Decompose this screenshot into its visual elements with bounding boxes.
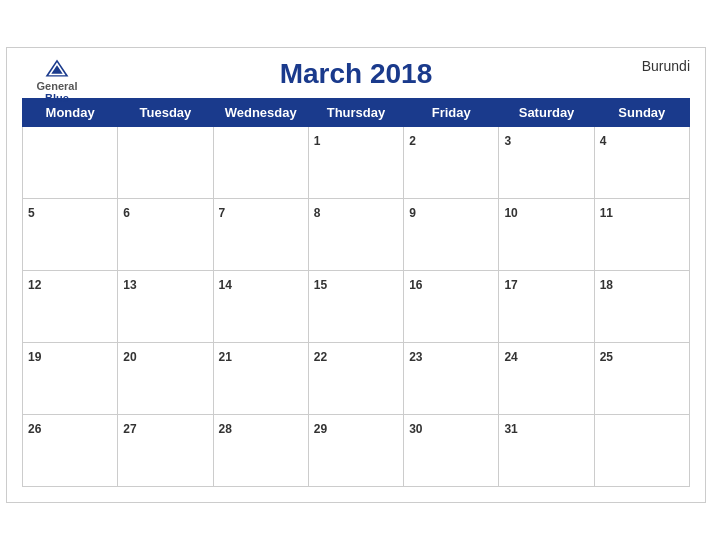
calendar-day-cell: 3 xyxy=(499,127,594,199)
calendar-day-cell: 10 xyxy=(499,199,594,271)
weekday-sunday: Sunday xyxy=(594,99,689,127)
day-number: 24 xyxy=(504,350,517,364)
calendar-week-row: 1234 xyxy=(23,127,690,199)
day-number: 19 xyxy=(28,350,41,364)
calendar-day-cell: 20 xyxy=(118,343,213,415)
calendar-day-cell: 24 xyxy=(499,343,594,415)
logo-general-text: General xyxy=(37,80,78,92)
calendar-day-cell: 30 xyxy=(404,415,499,487)
day-number: 31 xyxy=(504,422,517,436)
calendar-header: General Blue March 2018 Burundi xyxy=(22,58,690,90)
calendar-day-cell: 25 xyxy=(594,343,689,415)
calendar-day-cell: 6 xyxy=(118,199,213,271)
general-blue-logo-icon xyxy=(42,58,72,78)
weekday-saturday: Saturday xyxy=(499,99,594,127)
day-number: 4 xyxy=(600,134,607,148)
calendar-day-cell: 23 xyxy=(404,343,499,415)
calendar-day-cell: 8 xyxy=(308,199,403,271)
calendar-day-cell: 21 xyxy=(213,343,308,415)
calendar-day-cell: 16 xyxy=(404,271,499,343)
calendar-day-cell: 18 xyxy=(594,271,689,343)
day-number: 9 xyxy=(409,206,416,220)
weekday-friday: Friday xyxy=(404,99,499,127)
calendar-day-cell: 12 xyxy=(23,271,118,343)
day-number: 20 xyxy=(123,350,136,364)
day-number: 30 xyxy=(409,422,422,436)
day-number: 28 xyxy=(219,422,232,436)
calendar-week-row: 12131415161718 xyxy=(23,271,690,343)
day-number: 18 xyxy=(600,278,613,292)
calendar-title: March 2018 xyxy=(280,58,433,90)
day-number: 5 xyxy=(28,206,35,220)
country-label: Burundi xyxy=(642,58,690,74)
day-number: 6 xyxy=(123,206,130,220)
weekday-wednesday: Wednesday xyxy=(213,99,308,127)
day-number: 3 xyxy=(504,134,511,148)
calendar-week-row: 262728293031 xyxy=(23,415,690,487)
day-number: 22 xyxy=(314,350,327,364)
calendar-day-cell: 11 xyxy=(594,199,689,271)
day-number: 11 xyxy=(600,206,613,220)
calendar-day-cell: 1 xyxy=(308,127,403,199)
calendar-day-cell: 27 xyxy=(118,415,213,487)
calendar-day-cell: 22 xyxy=(308,343,403,415)
day-number: 1 xyxy=(314,134,321,148)
calendar-day-cell: 17 xyxy=(499,271,594,343)
calendar-table: Monday Tuesday Wednesday Thursday Friday… xyxy=(22,98,690,487)
calendar-day-cell: 5 xyxy=(23,199,118,271)
calendar-day-cell: 13 xyxy=(118,271,213,343)
logo-blue-text: Blue xyxy=(45,92,69,104)
weekday-header-row: Monday Tuesday Wednesday Thursday Friday… xyxy=(23,99,690,127)
day-number: 27 xyxy=(123,422,136,436)
day-number: 15 xyxy=(314,278,327,292)
calendar-day-cell: 15 xyxy=(308,271,403,343)
day-number: 14 xyxy=(219,278,232,292)
logo-area: General Blue xyxy=(22,58,92,104)
day-number: 2 xyxy=(409,134,416,148)
calendar-day-cell: 28 xyxy=(213,415,308,487)
calendar-day-cell: 9 xyxy=(404,199,499,271)
calendar-empty-cell xyxy=(213,127,308,199)
calendar-empty-cell xyxy=(23,127,118,199)
day-number: 8 xyxy=(314,206,321,220)
day-number: 10 xyxy=(504,206,517,220)
day-number: 29 xyxy=(314,422,327,436)
weekday-tuesday: Tuesday xyxy=(118,99,213,127)
day-number: 17 xyxy=(504,278,517,292)
calendar-day-cell: 7 xyxy=(213,199,308,271)
day-number: 25 xyxy=(600,350,613,364)
calendar-day-cell: 26 xyxy=(23,415,118,487)
calendar-day-cell: 14 xyxy=(213,271,308,343)
calendar-day-cell: 29 xyxy=(308,415,403,487)
calendar-day-cell: 31 xyxy=(499,415,594,487)
day-number: 26 xyxy=(28,422,41,436)
day-number: 12 xyxy=(28,278,41,292)
day-number: 13 xyxy=(123,278,136,292)
day-number: 7 xyxy=(219,206,226,220)
day-number: 21 xyxy=(219,350,232,364)
weekday-thursday: Thursday xyxy=(308,99,403,127)
calendar-week-row: 567891011 xyxy=(23,199,690,271)
calendar-empty-cell xyxy=(594,415,689,487)
calendar-day-cell: 2 xyxy=(404,127,499,199)
day-number: 16 xyxy=(409,278,422,292)
calendar-empty-cell xyxy=(118,127,213,199)
day-number: 23 xyxy=(409,350,422,364)
calendar-week-row: 19202122232425 xyxy=(23,343,690,415)
calendar-day-cell: 19 xyxy=(23,343,118,415)
calendar-container: General Blue March 2018 Burundi Monday T… xyxy=(6,47,706,503)
calendar-day-cell: 4 xyxy=(594,127,689,199)
